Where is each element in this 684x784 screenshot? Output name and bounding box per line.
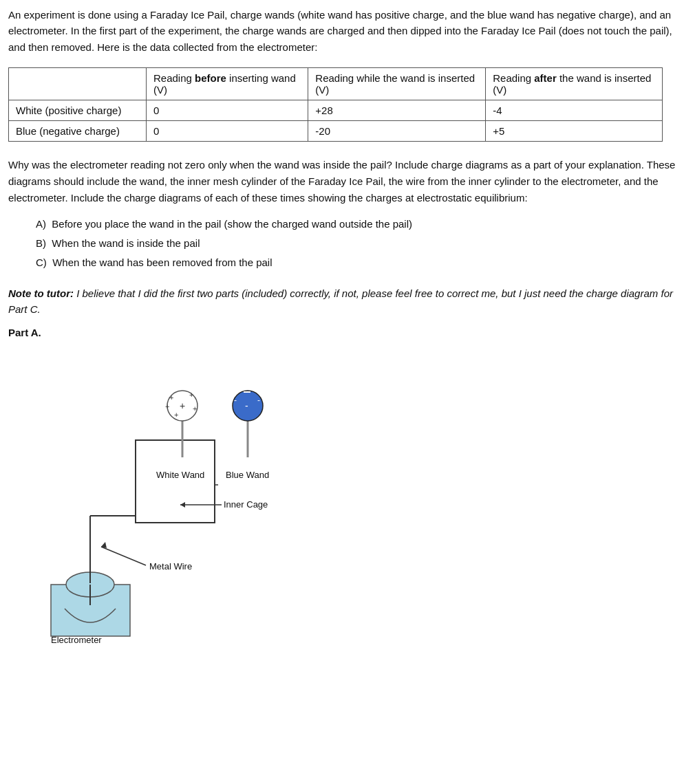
white-wand-plus-l: + [165,402,169,411]
data-table: Reading before inserting wand (V) Readin… [8,67,663,142]
list-item-b: B) When the wand is inside the pail [36,235,676,252]
blue-wand-label: Blue Wand [226,470,269,480]
list-text-c: When the wand has been removed from the … [52,257,272,268]
blue-wand-minus-r: - [257,395,260,405]
white-wand-plus-tl: + [169,393,173,402]
question-list: A) Before you place the wand in the pail… [8,216,676,271]
blue-wand-minus-center: - [245,400,248,411]
table-header-while: Reading while the wand is inserted (V) [308,67,486,100]
table-cell-blue-before: 0 [147,120,308,141]
table-cell-white-while: +28 [308,100,486,120]
intro-paragraph: An experiment is done using a Faraday Ic… [8,7,676,55]
white-wand-plus-center: + [180,400,185,411]
table-header-empty [9,67,147,100]
part-a-label: Part A. [8,327,676,338]
white-wand-label: White Wand [156,470,204,480]
table-row: Blue (negative charge) 0 -20 +5 [9,120,663,141]
table-header-before: Reading before inserting wand (V) [147,67,308,100]
inner-cage-rect [136,440,215,523]
table-row: White (positive charge) 0 +28 -4 [9,100,663,120]
white-wand-plus-tr: + [189,391,193,399]
note-label: Note to tutor: [8,287,74,299]
inner-cage-arrowhead [180,502,185,508]
electrometer-label: Electrometer [51,635,102,645]
list-label-b: B) [36,237,46,249]
question-paragraph: Why was the electrometer reading not zer… [8,157,676,206]
blue-wand-minus-l: - [234,395,237,405]
list-item-c: C) When the wand has been removed from t… [36,254,676,271]
list-item-a: A) Before you place the wand in the pail… [36,216,676,232]
table-cell-white-label: White (positive charge) [9,100,147,120]
table-cell-blue-label: Blue (negative charge) [9,120,147,141]
metal-wire-label: Metal Wire [149,561,192,571]
note-text: I believe that I did the first two parts… [8,287,673,315]
inner-cage-label: Inner Cage [224,499,268,510]
list-label-c: C) [36,257,47,268]
part-a-diagram: Electrometer Metal Wire Inner Cage + + +… [8,351,684,646]
table-header-after: Reading after the wand is inserted (V) [486,67,662,100]
table-cell-white-after: -4 [486,100,662,120]
note-paragraph: Note to tutor: I believe that I did the … [8,285,676,318]
list-text-a: Before you place the wand in the pail (s… [52,218,412,230]
white-wand-plus-b: + [174,411,178,419]
table-cell-blue-while: -20 [308,120,486,141]
table-cell-white-before: 0 [147,100,308,120]
metal-wire-arrow-line [101,547,146,565]
white-wand-plus-r: + [193,404,197,413]
list-label-a: A) [36,218,46,230]
list-text-b: When the wand is inside the pail [52,237,200,249]
diagram-container: Electrometer Metal Wire Inner Cage + + +… [8,351,676,646]
table-cell-blue-after: +5 [486,120,662,141]
